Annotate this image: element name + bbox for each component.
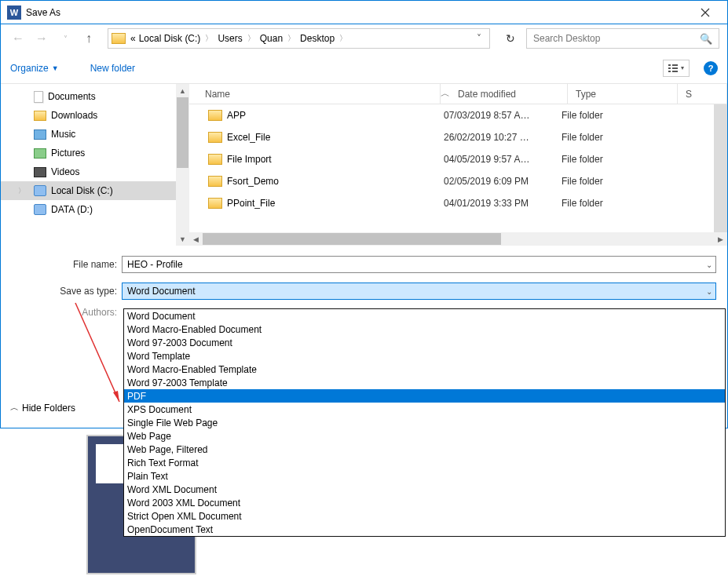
file-row[interactable]: APP07/03/2019 8:57 A…File folder bbox=[189, 104, 727, 126]
view-options-button[interactable] bbox=[663, 60, 690, 77]
address-dropdown[interactable]: ˅ bbox=[472, 33, 486, 44]
help-button[interactable]: ? bbox=[704, 61, 718, 75]
breadcrumb-item[interactable]: Users bbox=[216, 33, 243, 44]
grid-header: Name ︿ Date modified Type S bbox=[189, 84, 727, 104]
organize-menu[interactable]: Organize ▼ bbox=[10, 63, 59, 74]
file-row[interactable]: PPoint_File04/01/2019 3:33 PMFile folder bbox=[189, 192, 727, 214]
savetype-select[interactable]: Word Document ⌄ bbox=[122, 283, 716, 300]
dropdown-option[interactable]: Word 97-2003 Template bbox=[124, 376, 725, 389]
sort-asc-icon: ︿ bbox=[441, 87, 450, 100]
dropdown-option[interactable]: Word 97-2003 Document bbox=[124, 336, 725, 349]
breadcrumb-item[interactable]: Quan bbox=[258, 33, 284, 44]
music-icon bbox=[34, 129, 46, 140]
tree-label: Local Disk (C:) bbox=[51, 185, 113, 196]
file-name: PPoint_File bbox=[227, 198, 275, 209]
dropdown-option[interactable]: Word Macro-Enabled Template bbox=[124, 363, 725, 376]
tree-item-local-disk-c[interactable]: 〉Local Disk (C:) bbox=[1, 181, 189, 200]
back-button[interactable]: ← bbox=[9, 29, 27, 48]
column-type[interactable]: Type bbox=[568, 84, 678, 104]
file-name: Fsort_Demo bbox=[227, 176, 279, 187]
file-row[interactable]: Fsort_Demo02/05/2019 6:09 PMFile folder bbox=[189, 170, 727, 192]
scroll-thumb[interactable] bbox=[203, 233, 501, 245]
file-type: File folder bbox=[562, 176, 671, 187]
forward-button[interactable]: → bbox=[32, 29, 51, 48]
filename-input[interactable]: HEO - Profile ⌄ bbox=[122, 256, 716, 273]
dropdown-option[interactable]: Word Macro-Enabled Document bbox=[124, 323, 725, 336]
dropdown-option[interactable]: XPS Document bbox=[124, 403, 725, 416]
svg-rect-0 bbox=[668, 64, 671, 66]
videos-icon bbox=[34, 167, 46, 177]
column-date[interactable]: Date modified bbox=[450, 84, 568, 104]
breadcrumb-item[interactable]: Local Disk (C:) bbox=[137, 33, 203, 44]
file-date: 04/05/2019 9:57 A… bbox=[444, 154, 562, 165]
folder-icon bbox=[34, 111, 46, 121]
dropdown-option[interactable]: Word 2003 XML Document bbox=[124, 496, 725, 509]
search-placeholder: Search Desktop bbox=[533, 33, 600, 44]
file-row[interactable]: File Import04/05/2019 9:57 A…File folder bbox=[189, 148, 727, 170]
dropdown-option[interactable]: PDF bbox=[124, 389, 725, 403]
file-row[interactable]: Excel_File26/02/2019 10:27 …File folder bbox=[189, 126, 727, 148]
close-icon bbox=[701, 8, 710, 17]
tree-item-music[interactable]: Music bbox=[1, 125, 189, 144]
tree-scrollbar[interactable]: ▲ ▼ bbox=[176, 84, 189, 246]
chevron-down-icon[interactable]: ⌄ bbox=[706, 287, 712, 296]
up-button[interactable]: ↑ bbox=[79, 29, 98, 48]
tree-item-downloads[interactable]: Downloads bbox=[1, 106, 189, 125]
tree-item-data-d[interactable]: DATA (D:) bbox=[1, 200, 189, 219]
hide-folders-label: Hide Folders bbox=[22, 403, 75, 414]
filename-value: HEO - Profile bbox=[127, 259, 183, 270]
close-button[interactable] bbox=[690, 2, 721, 24]
folder-tree: Documents Downloads Music Pictures Video… bbox=[1, 84, 189, 246]
new-folder-button[interactable]: New folder bbox=[90, 63, 135, 74]
dropdown-option[interactable]: Word Document bbox=[124, 309, 725, 323]
search-input[interactable]: Search Desktop 🔍 bbox=[526, 28, 719, 49]
dropdown-option[interactable]: Word Template bbox=[124, 349, 725, 363]
dropdown-option[interactable]: Web Page, Filtered bbox=[124, 443, 725, 456]
list-view-icon bbox=[668, 64, 678, 72]
file-date: 07/03/2019 8:57 A… bbox=[444, 110, 562, 121]
grid-vscroll[interactable] bbox=[714, 104, 727, 232]
refresh-button[interactable]: ↻ bbox=[499, 28, 521, 49]
dropdown-option[interactable]: Rich Text Format bbox=[124, 456, 725, 469]
recent-dropdown[interactable]: ˅ bbox=[56, 29, 75, 48]
chevron-down-icon[interactable]: ⌄ bbox=[706, 261, 712, 269]
folder-icon bbox=[112, 33, 126, 44]
scroll-thumb[interactable] bbox=[177, 97, 188, 168]
column-name[interactable]: Name bbox=[189, 84, 441, 104]
chevron-up-icon: ︿ bbox=[10, 402, 19, 414]
tree-item-pictures[interactable]: Pictures bbox=[1, 144, 189, 162]
svg-rect-1 bbox=[672, 64, 678, 66]
documents-icon bbox=[34, 91, 43, 103]
column-size[interactable]: S bbox=[678, 84, 727, 104]
nav-row: ← → ˅ ↑ « Local Disk (C:) 〉 Users 〉 Quan… bbox=[1, 24, 727, 53]
hide-folders-button[interactable]: ︿ Hide Folders bbox=[10, 402, 75, 414]
dropdown-option[interactable]: Single File Web Page bbox=[124, 416, 725, 429]
col-label: Name bbox=[205, 89, 230, 100]
scroll-left-icon[interactable]: ◀ bbox=[189, 232, 203, 246]
tree-label: Documents bbox=[48, 91, 96, 102]
savetype-row: Save as type: Word Document ⌄ bbox=[12, 280, 716, 302]
scroll-up-icon[interactable]: ▲ bbox=[176, 84, 189, 97]
scroll-right-icon[interactable]: ▶ bbox=[714, 232, 727, 246]
tree-item-videos[interactable]: Videos bbox=[1, 162, 189, 181]
file-type: File folder bbox=[562, 154, 671, 165]
savetype-value: Word Document bbox=[127, 286, 195, 297]
file-date: 26/02/2019 10:27 … bbox=[444, 132, 562, 143]
file-grid: Name ︿ Date modified Type S APP07/03/201… bbox=[189, 84, 727, 246]
chevron-right-icon: 〉 bbox=[284, 33, 298, 44]
file-type: File folder bbox=[562, 110, 671, 121]
chevron-right-icon: 〉 bbox=[244, 33, 258, 44]
tree-item-documents[interactable]: Documents bbox=[1, 87, 189, 106]
chevron-right-icon: 〉 bbox=[336, 33, 350, 44]
dropdown-option[interactable]: Web Page bbox=[124, 429, 725, 443]
breadcrumb-item[interactable]: Desktop bbox=[298, 33, 336, 44]
scroll-down-icon[interactable]: ▼ bbox=[176, 232, 189, 246]
disk-icon bbox=[34, 185, 46, 196]
folder-icon bbox=[208, 176, 222, 187]
dropdown-option[interactable]: Strict Open XML Document bbox=[124, 509, 725, 523]
dropdown-option[interactable]: Word XML Document bbox=[124, 483, 725, 496]
address-bar[interactable]: « Local Disk (C:) 〉 Users 〉 Quan 〉 Deskt… bbox=[108, 28, 490, 49]
dropdown-option[interactable]: OpenDocument Text bbox=[124, 523, 725, 536]
dropdown-option[interactable]: Plain Text bbox=[124, 469, 725, 483]
grid-hscrollbar[interactable]: ◀ ▶ bbox=[189, 232, 727, 246]
